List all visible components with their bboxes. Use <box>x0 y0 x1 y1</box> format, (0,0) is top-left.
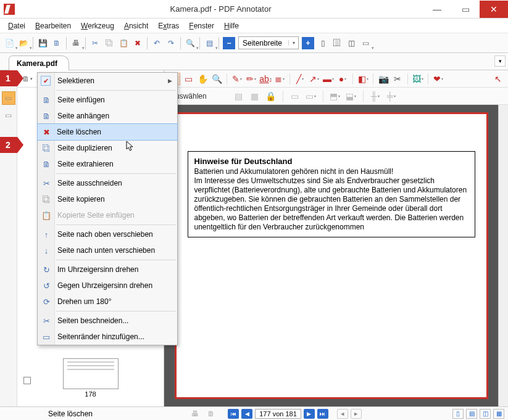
zoom-dropdown-icon[interactable]: ▾ <box>288 40 298 46</box>
menu-fenster[interactable]: Fenster <box>185 20 219 32</box>
crop-icon: ✂ <box>41 316 52 326</box>
view-grid-icon[interactable]: ▦ <box>493 409 504 419</box>
menu-extras[interactable]: Extras <box>154 20 183 32</box>
save-button[interactable]: 💾 <box>36 36 49 50</box>
zoom-tool-icon[interactable]: 🔍 <box>210 73 223 85</box>
menu-hilfe[interactable]: Hilfe <box>220 20 243 32</box>
menu-raender[interactable]: ▭Seitenränder hinzufügen... <box>38 329 177 345</box>
eraser-tool-icon[interactable]: ◧ <box>357 73 369 85</box>
menu-werkzeug[interactable]: Werkzeug <box>77 20 119 32</box>
stamp-tool-icon[interactable]: ≣ <box>273 73 286 85</box>
pointer-tool-icon[interactable]: ↖ <box>492 73 504 85</box>
view-two-icon[interactable]: ◫ <box>480 409 491 419</box>
menu-selektieren[interactable]: ✔ Selektieren▶ <box>38 73 177 89</box>
menu-bearbeiten[interactable]: Bearbeiten <box>31 20 75 32</box>
page-thumbnail[interactable] <box>63 358 119 389</box>
menu-ansicht[interactable]: Ansicht <box>120 20 152 32</box>
undo-button[interactable]: ↶ <box>150 36 164 50</box>
doc-paragraph-1: Batterien und Akkumulatoren gehören nich… <box>194 167 468 176</box>
menu-nach-oben[interactable]: ↑Seite nach oben verschieben <box>38 226 177 242</box>
send-back-icon[interactable]: ⬓ <box>345 90 357 102</box>
minimize-button[interactable]: — <box>423 1 451 18</box>
arrow-tool-icon[interactable]: ↗ <box>308 73 320 85</box>
margins-icon: ▭ <box>41 332 52 342</box>
maximize-button[interactable]: ▭ <box>451 1 480 18</box>
zoom-out-button[interactable]: − <box>223 37 235 49</box>
menu-im-uhrzeigersinn[interactable]: ↻Im Uhrzeigersinn drehen <box>38 261 177 278</box>
paste-button[interactable]: 📋 <box>117 36 130 50</box>
zoom-input[interactable] <box>239 39 288 47</box>
pan-tool-icon[interactable]: ✋ <box>196 73 209 85</box>
first-page-button[interactable]: ⏮ <box>228 409 239 419</box>
history-fwd-button[interactable]: ► <box>351 409 362 419</box>
menu-seite-extrahieren[interactable]: 🗎Seite extrahieren <box>38 156 177 172</box>
app-icon <box>4 4 15 15</box>
history-back-button[interactable]: ◄ <box>337 409 348 419</box>
ellipse-tool-icon[interactable]: ● <box>336 73 349 85</box>
redo-button[interactable]: ↷ <box>164 36 178 50</box>
align-center-icon[interactable]: ▦ <box>249 90 261 102</box>
prev-page-button[interactable]: ◀ <box>241 409 252 419</box>
bring-front-icon[interactable]: ⬒ <box>329 90 341 102</box>
vertical-scrollbar[interactable] <box>498 105 508 406</box>
copy-button[interactable]: ⿻ <box>102 36 116 50</box>
find-button[interactable]: 🔍 <box>183 36 197 50</box>
view-button[interactable]: ▤ <box>202 36 216 50</box>
title-bar: Kamera.pdf - PDF Annotator — ▭ ✕ <box>0 0 508 19</box>
menu-seite-ausschneiden[interactable]: ✂Seite ausschneiden <box>38 175 177 191</box>
layout-more-icon[interactable]: ▭ <box>359 36 372 50</box>
save-as-button[interactable]: 🗎 <box>50 36 64 50</box>
document-tab[interactable]: Kamera.pdf <box>9 56 69 70</box>
open-button[interactable]: 📂 <box>17 36 30 50</box>
menu-datei[interactable]: Datei <box>4 20 30 32</box>
menu-drehen-180[interactable]: ⟳Drehen um 180° <box>38 294 177 310</box>
delete-button[interactable]: ✖ <box>131 36 144 50</box>
line-tool-icon[interactable]: ╱ <box>294 73 306 85</box>
twopage-icon[interactable]: ◫ <box>344 36 358 50</box>
zoom-combo[interactable]: ▾ <box>238 36 299 49</box>
lasso-tool-icon[interactable]: ▭ <box>182 73 194 85</box>
menu-seite-anhaengen[interactable]: 🗎Seite anhängen <box>38 108 177 124</box>
next-page-button[interactable]: ▶ <box>304 409 315 419</box>
ungroup-icon[interactable]: ▭ <box>305 90 317 102</box>
rotate-cw-icon: ↻ <box>41 265 52 274</box>
rect-tool-icon[interactable]: ▬ <box>322 73 335 85</box>
text-tool-icon[interactable]: ab <box>259 73 272 85</box>
print-button[interactable]: 🖶 <box>69 36 83 50</box>
continuous-icon[interactable]: ⿲ <box>330 36 344 50</box>
page-indicator[interactable]: 177 von 181 <box>255 409 301 419</box>
align-v-icon[interactable]: ╪ <box>385 90 398 102</box>
menu-gegen-uhrzeigersinn[interactable]: ↺Gegen Uhrzeigersinn drehen <box>38 278 177 294</box>
status-export-icon[interactable]: 🗎 <box>204 407 218 421</box>
favorite-tool-icon[interactable]: ❤ <box>432 73 444 85</box>
menu-nach-unten[interactable]: ↓Seite nach unten verschieben <box>38 242 177 258</box>
lock-icon[interactable]: 🔒 <box>265 90 277 102</box>
align-h-icon[interactable]: ╫ <box>369 90 381 102</box>
view-continuous-icon[interactable]: ▤ <box>466 409 477 419</box>
marker-tool-icon[interactable]: ✏ <box>245 73 257 85</box>
menu-seite-duplizieren[interactable]: ⿻Seite duplizieren <box>38 140 177 156</box>
status-print-icon[interactable]: 🖶 <box>188 407 202 421</box>
image-tool-icon[interactable]: 🖼 <box>412 73 424 85</box>
thumbnail-checkbox[interactable] <box>23 377 31 384</box>
last-page-button[interactable]: ⏭ <box>317 409 328 419</box>
view-single-icon[interactable]: ▯ <box>452 409 464 419</box>
singlepage-icon[interactable]: ▯ <box>316 36 330 50</box>
thumbnails-tab-icon[interactable]: ▭ <box>2 91 15 105</box>
close-button[interactable]: ✕ <box>480 1 508 18</box>
attachments-tab-icon[interactable]: ▭ <box>2 109 15 122</box>
menu-seite-kopieren[interactable]: ⿻Seite kopieren <box>38 191 177 207</box>
group-icon[interactable]: ▭ <box>289 90 301 102</box>
new-doc-button[interactable]: 📄 <box>2 36 16 50</box>
menu-seite-loeschen[interactable]: ✖Seite löschen <box>37 123 178 141</box>
zoom-in-button[interactable]: + <box>302 37 314 49</box>
snapshot-tool-icon[interactable]: 📷 <box>377 73 389 85</box>
cut-button[interactable]: ✂ <box>88 36 102 50</box>
menu-seite-einfuegen[interactable]: 🗎Seite einfügen <box>38 92 177 108</box>
pen-tool-icon[interactable]: ✎ <box>231 73 243 85</box>
document-canvas[interactable]: Hinweise für Deutschland Batterien und A… <box>164 105 498 406</box>
tab-overflow-button[interactable]: ▾ <box>494 56 506 67</box>
align-left-icon[interactable]: ▤ <box>233 90 245 102</box>
menu-beschneiden[interactable]: ✂Seiten beschneiden... <box>38 313 177 329</box>
crop-tool-icon[interactable]: ✂ <box>391 73 404 85</box>
